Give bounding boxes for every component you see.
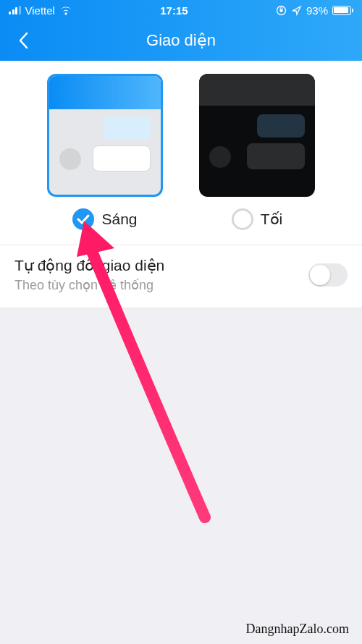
auto-sync-title: Tự động đổi giao diện (14, 257, 164, 274)
wifi-icon (59, 6, 72, 15)
location-icon (291, 5, 302, 16)
watermark: DangnhapZalo.com (246, 622, 349, 637)
theme-option-light[interactable]: Sáng (47, 74, 163, 230)
theme-preview-dark (199, 74, 315, 197)
status-time: 17:15 (160, 4, 188, 17)
theme-preview-light (47, 74, 163, 197)
back-button[interactable] (12, 29, 35, 52)
orientation-lock-icon (276, 5, 287, 16)
radio-light-checked[interactable] (72, 208, 94, 230)
battery-percent: 93% (306, 4, 328, 17)
theme-label-light: Sáng (101, 211, 137, 228)
svg-rect-1 (279, 9, 282, 12)
auto-sync-toggle[interactable] (308, 263, 348, 287)
theme-option-dark[interactable]: Tối (199, 74, 315, 230)
page-title: Giao diện (0, 31, 362, 50)
radio-dark-unchecked[interactable] (232, 208, 253, 230)
battery-icon (332, 6, 353, 15)
auto-sync-row: Tự động đổi giao diện Theo tùy chọn hệ t… (0, 245, 362, 308)
theme-label-dark: Tối (261, 211, 283, 228)
signal-icon (9, 6, 21, 14)
carrier-label: Viettel (25, 4, 55, 17)
auto-sync-subtitle: Theo tùy chọn hệ thống (14, 277, 164, 293)
status-bar: Viettel 17:15 93% (0, 0, 362, 20)
theme-section: Sáng Tối Tự động đổi giao diện Theo tùy … (0, 61, 362, 308)
nav-bar: Giao diện (0, 20, 362, 61)
